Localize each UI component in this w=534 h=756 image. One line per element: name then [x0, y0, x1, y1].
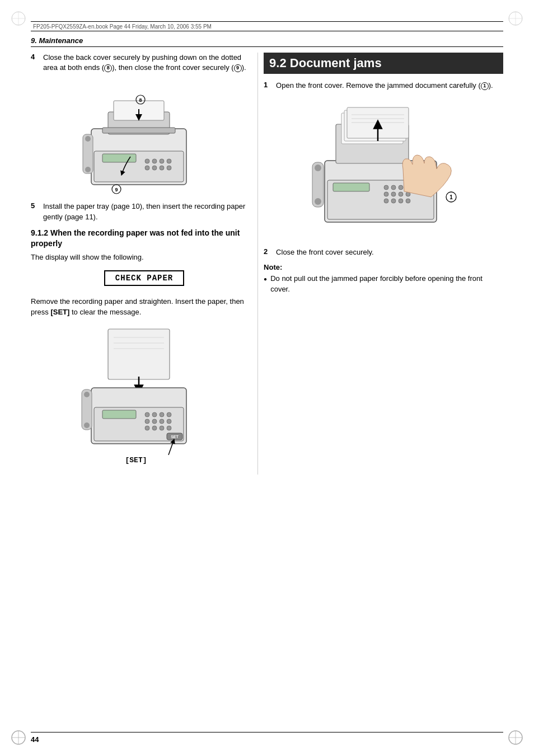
footer: 44 — [31, 732, 503, 744]
svg-point-20 — [160, 159, 164, 163]
subsection-body: The display will show the following. — [31, 253, 246, 261]
step-4: 4 Close the back cover securely by pushi… — [31, 53, 246, 73]
section-header: 9. Maintenance — [31, 36, 503, 47]
corner-mark-br — [507, 729, 524, 746]
section-92-title-box: 9.2 Document jams — [264, 53, 503, 74]
step-4-num: 4 — [31, 53, 39, 73]
svg-point-69 — [384, 199, 388, 203]
step-5-num: 5 — [31, 201, 39, 222]
right-step-2-text: Close the front cover securely. — [276, 247, 374, 257]
svg-point-24 — [160, 166, 164, 170]
subsection-912-title: 9.1.2 When the recording paper was not f… — [31, 228, 246, 250]
corner-mark-bl — [10, 729, 27, 746]
page: FP205-PFQX2559ZA-en.book Page 44 Friday,… — [0, 0, 534, 756]
step-5: 5 Install the paper tray (page 10), then… — [31, 201, 246, 222]
right-step-1-num: 1 — [264, 81, 271, 91]
note-bullet: Do not pull out the jammed paper forcibl… — [264, 274, 503, 294]
svg-point-48 — [145, 426, 149, 430]
svg-rect-39 — [102, 410, 136, 419]
svg-text:8: 8 — [139, 97, 142, 103]
svg-point-65 — [384, 192, 388, 196]
step-4-text: Close the back cover securely by pushing… — [43, 53, 246, 73]
svg-point-25 — [167, 166, 171, 170]
svg-point-51 — [167, 426, 171, 430]
circle-1: 1 — [481, 82, 489, 90]
svg-rect-60 — [333, 183, 369, 191]
svg-point-71 — [399, 199, 403, 203]
svg-text:[SET]: [SET] — [125, 456, 147, 464]
corner-mark-tl — [10, 10, 27, 27]
svg-point-75 — [315, 198, 321, 205]
fax-diagram-1-container: 8 9 — [31, 78, 246, 196]
svg-point-62 — [391, 185, 396, 190]
page-number: 44 — [31, 735, 39, 744]
svg-point-47 — [167, 419, 171, 424]
svg-point-18 — [145, 159, 149, 163]
svg-point-74 — [315, 165, 321, 171]
right-step-2: 2 Close the front cover securely. — [264, 247, 503, 257]
note-text: Do not pull out the jammed paper forcibl… — [270, 274, 503, 294]
section-92-title: 9.2 Document jams — [269, 56, 498, 71]
svg-point-54 — [84, 422, 90, 428]
circle-8: 8 — [104, 64, 112, 72]
corner-mark-tr — [507, 10, 524, 27]
circle-9: 9 — [234, 64, 242, 72]
svg-rect-33 — [108, 329, 170, 379]
step-5-text: Install the paper tray (page 10), then i… — [43, 201, 246, 222]
svg-point-43 — [167, 412, 171, 417]
remove-text: Remove the recording paper and straighte… — [31, 296, 246, 318]
svg-text:SET: SET — [171, 435, 179, 439]
svg-point-70 — [391, 199, 396, 203]
svg-rect-16 — [102, 128, 175, 133]
col-right: 9.2 Document jams 1 Open the front cover… — [257, 53, 503, 475]
svg-point-63 — [399, 185, 403, 190]
right-step-2-num: 2 — [264, 247, 271, 257]
col-left: 4 Close the back cover securely by pushi… — [31, 53, 257, 475]
check-paper-wrapper: CHECK PAPER — [31, 266, 246, 290]
svg-text:9: 9 — [115, 187, 118, 192]
fax-diagram-3: 1 — [302, 96, 465, 242]
svg-point-21 — [167, 159, 171, 163]
svg-point-28 — [85, 167, 91, 172]
svg-point-61 — [384, 185, 388, 190]
two-col-layout: 4 Close the back cover securely by pushi… — [31, 53, 503, 475]
svg-point-44 — [145, 419, 149, 424]
check-paper-display: CHECK PAPER — [104, 270, 184, 286]
svg-point-66 — [391, 192, 396, 196]
svg-point-19 — [152, 159, 157, 163]
right-step-1-text: Open the front cover. Remove the jammed … — [276, 81, 493, 91]
fax-diagram-1: 8 9 — [74, 78, 203, 196]
content-area: 9. Maintenance 4 Close the back cover se… — [31, 36, 503, 725]
svg-point-23 — [152, 166, 157, 170]
svg-point-46 — [160, 419, 164, 424]
svg-point-49 — [152, 426, 157, 430]
svg-point-42 — [160, 412, 164, 417]
fax-diagram-2: SET [SET] — [77, 323, 200, 469]
set-key-inline: [SET] — [50, 308, 69, 316]
svg-point-50 — [160, 426, 164, 430]
header-file-info: FP205-PFQX2559ZA-en.book Page 44 Friday,… — [33, 24, 212, 30]
fax-diagram-3-container: 1 — [264, 96, 503, 242]
note-section: Note: Do not pull out the jammed paper f… — [264, 263, 503, 294]
svg-point-45 — [152, 419, 157, 424]
svg-point-41 — [152, 412, 157, 417]
header-bar: FP205-PFQX2559ZA-en.book Page 44 Friday,… — [31, 21, 503, 31]
svg-point-40 — [145, 412, 149, 417]
svg-point-22 — [145, 166, 149, 170]
svg-point-72 — [406, 199, 410, 203]
svg-text:1: 1 — [449, 194, 453, 200]
right-step-1: 1 Open the front cover. Remove the jamme… — [264, 81, 503, 91]
svg-point-53 — [84, 392, 90, 397]
note-label: Note: — [264, 263, 503, 271]
svg-point-67 — [399, 192, 403, 196]
svg-rect-17 — [102, 154, 136, 162]
fax-diagram-2-container: SET [SET] — [31, 323, 246, 469]
svg-point-27 — [85, 136, 91, 142]
